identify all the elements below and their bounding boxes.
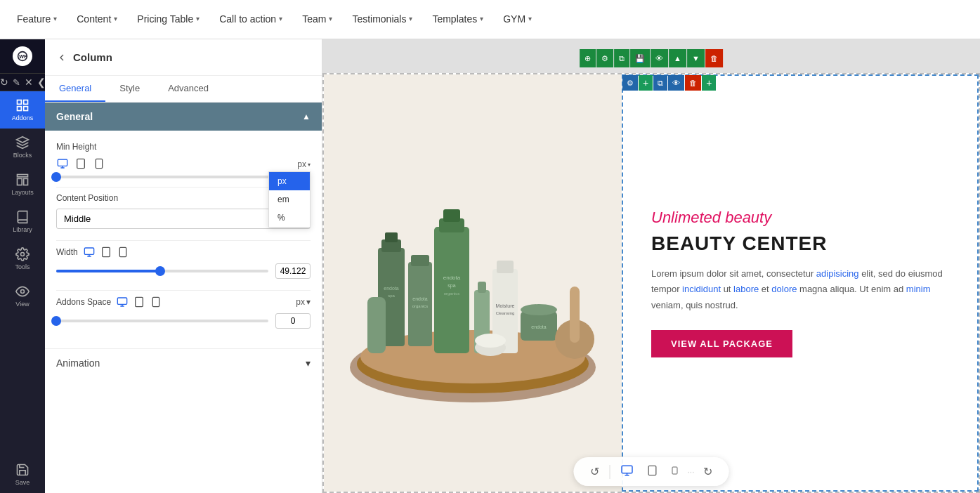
animation-label: Animation (56, 357, 100, 369)
slider-thumb[interactable] (51, 172, 61, 182)
addons-space-slider[interactable] (56, 320, 268, 322)
row-save-icon-button[interactable]: 💾 (630, 49, 650, 67)
nav-item-pricing-table[interactable]: Pricing Table ▾ (127, 0, 209, 39)
collapse-panel-button[interactable]: ❮ (37, 77, 46, 88)
beauty-body: Lorem ipsum dolor sit amet, consectetur … (651, 266, 949, 313)
width-input[interactable]: 49.122 (275, 263, 311, 279)
svg-rect-14 (96, 159, 102, 168)
view-all-package-button[interactable]: VIEW ALL PACKAGE (651, 330, 792, 357)
body-link-5[interactable]: minim (906, 284, 931, 294)
bottom-device-controls: ↺ ··· ↻ (573, 457, 729, 486)
width-tablet-icon[interactable] (100, 246, 112, 258)
svg-text:endota: endota (443, 275, 461, 281)
nav-item-feature[interactable]: Feature ▾ (7, 0, 67, 39)
back-button[interactable]: Column (56, 51, 112, 63)
unit-option-percent[interactable]: % (269, 209, 310, 227)
row-delete-icon-button[interactable]: 🗑 (705, 49, 723, 67)
chevron-down-icon: ▾ (196, 15, 200, 22)
desktop-preview-button[interactable] (614, 461, 639, 482)
width-slider[interactable] (56, 270, 268, 272)
column-toolbar: ⚙ + ⧉ 👁 🗑 + (622, 75, 716, 91)
svg-rect-7 (18, 178, 22, 185)
nav-item-templates[interactable]: Templates ▾ (422, 0, 493, 39)
unit-option-px[interactable]: px (269, 172, 310, 190)
min-height-field: Min Height (56, 142, 311, 178)
refresh-icon-button[interactable]: ↻ (0, 77, 8, 88)
unit-option-em[interactable]: em (269, 190, 310, 209)
width-slider-thumb[interactable] (155, 266, 165, 276)
col-settings-button[interactable]: ⚙ (622, 75, 638, 91)
panel-title: Column (73, 51, 112, 63)
desktop-icon[interactable] (56, 157, 69, 170)
col-more-button[interactable]: + (702, 75, 716, 91)
tab-general[interactable]: General (45, 76, 105, 102)
addons-mobile-icon[interactable] (150, 296, 162, 308)
svg-text:Cleansing: Cleansing (496, 311, 515, 315)
sidebar-item-addons[interactable]: Addons (0, 91, 45, 129)
addons-slider-thumb[interactable] (51, 316, 61, 326)
svg-rect-19 (117, 298, 126, 304)
addons-unit-dropdown[interactable]: px ▾ (296, 297, 311, 307)
sidebar-item-blocks[interactable]: Blocks (0, 129, 45, 166)
addons-space-input[interactable]: 0 (275, 313, 311, 329)
svg-rect-18 (119, 247, 126, 256)
body-link-3[interactable]: labore (733, 284, 759, 294)
col-delete-button[interactable]: 🗑 (685, 75, 701, 91)
col-duplicate-button[interactable]: ⧉ (653, 75, 667, 91)
unit-dropdown-trigger[interactable]: px ▾ (297, 159, 311, 169)
col-visibility-button[interactable]: 👁 (668, 75, 684, 91)
separator (609, 465, 610, 479)
tab-advanced[interactable]: Advanced (154, 76, 223, 102)
body-link-2[interactable]: incididunt (682, 284, 721, 294)
redo-button[interactable]: ↻ (698, 462, 718, 481)
nav-item-testimonials[interactable]: Testimonials ▾ (342, 0, 422, 39)
edit-icon-button[interactable]: ✎ (13, 77, 20, 88)
nav-item-content[interactable]: Content ▾ (67, 0, 127, 39)
animation-expand-icon: ▾ (306, 357, 311, 369)
row-down-icon-button[interactable]: ▼ (687, 49, 705, 67)
unit-dropdown-wrapper[interactable]: px ▾ px em % (297, 157, 311, 170)
tablet-preview-button[interactable] (641, 461, 663, 482)
nav-item-team[interactable]: Team ▾ (292, 0, 342, 39)
animation-section[interactable]: Animation ▾ (45, 348, 322, 377)
svg-point-48 (521, 304, 557, 315)
sidebar-item-save[interactable]: Save (0, 456, 45, 493)
nav-item-call-to-action[interactable]: Call to action ▾ (209, 0, 292, 39)
svg-rect-5 (24, 107, 28, 111)
tablet-icon[interactable] (74, 157, 87, 170)
addons-tablet-icon[interactable] (133, 296, 145, 308)
mobile-preview-button[interactable] (665, 461, 684, 482)
close-icon-button[interactable]: ✕ (25, 77, 33, 88)
mobile-icon[interactable] (93, 157, 105, 170)
settings-panel: Column General Style Advanced Gene (45, 39, 322, 493)
general-section-header[interactable]: General ▲ (45, 103, 322, 131)
body-link-4[interactable]: dolore (771, 284, 797, 294)
row-move-icon-button[interactable]: ⊕ (580, 49, 596, 67)
body-link-1[interactable]: adipisicing (816, 268, 859, 279)
addons-desktop-icon[interactable] (117, 296, 128, 308)
image-column: endota spa endota organics endota (324, 74, 622, 492)
tab-style[interactable]: Style (105, 76, 154, 102)
row-duplicate-icon-button[interactable]: ⧉ (614, 49, 629, 67)
sidebar-item-tools[interactable]: Tools (0, 240, 45, 277)
col-add-button[interactable]: + (639, 75, 653, 91)
unit-dropdown-arrow-icon: ▾ (308, 162, 311, 168)
svg-point-9 (21, 253, 25, 256)
nav-item-gym[interactable]: GYM ▾ (493, 0, 542, 39)
sidebar-item-library[interactable]: Library (0, 203, 45, 240)
row-up-icon-button[interactable]: ▲ (669, 49, 686, 67)
width-label: Width (56, 247, 78, 257)
spa-product-image: endota spa endota organics endota (325, 150, 620, 416)
svg-rect-20 (136, 297, 143, 306)
sidebar-item-view[interactable]: View (0, 277, 45, 315)
row-visibility-icon-button[interactable]: 👁 (651, 49, 668, 67)
width-desktop-icon[interactable] (84, 246, 95, 258)
sidebar-blocks-label: Blocks (13, 152, 32, 159)
svg-rect-2 (18, 100, 22, 105)
undo-button[interactable]: ↺ (584, 462, 605, 481)
separator2: ··· (686, 467, 695, 477)
sidebar-item-layouts[interactable]: Layouts (0, 166, 45, 203)
width-mobile-icon[interactable] (117, 246, 129, 258)
row-settings-icon-button[interactable]: ⚙ (596, 49, 613, 67)
chevron-down-icon: ▾ (279, 15, 282, 22)
